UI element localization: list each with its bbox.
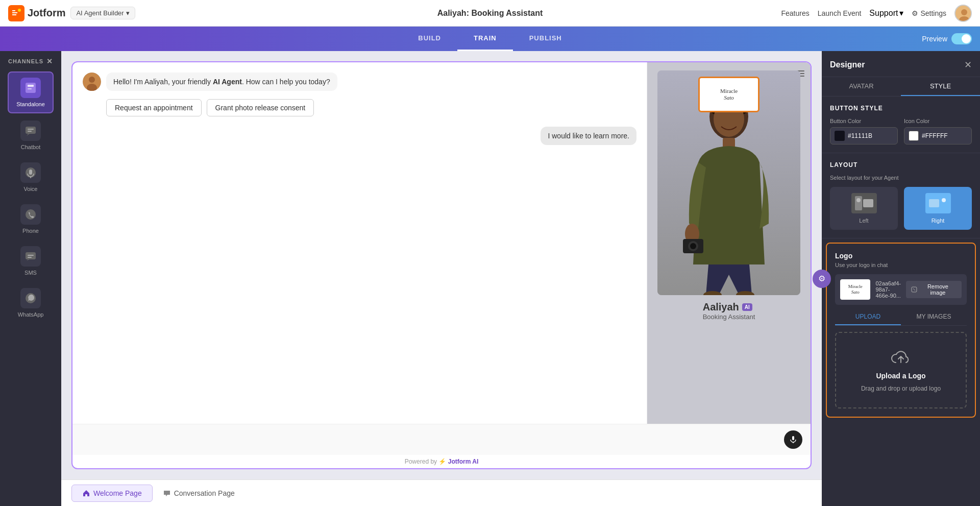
logo-preview-thumbnail: MiracleSato [840,279,870,300]
layout-left[interactable]: Left [830,187,898,230]
upload-tab-my-images[interactable]: MY IMAGES [901,309,967,325]
svg-rect-9 [28,129,34,130]
svg-point-1 [18,9,21,12]
designer-close-icon[interactable]: ✕ [964,59,972,70]
svg-point-31 [690,243,696,249]
svg-point-43 [942,198,946,202]
tab-train[interactable]: TRAIN [457,27,513,51]
tab-publish[interactable]: PUBLISH [513,27,578,51]
button-color-field: Button Color #11111B [830,118,898,144]
layout-options: Left Right [830,187,972,230]
chat-preview-container: Hello! I'm Aaliyah, your friendly AI Age… [71,61,812,469]
upload-subtitle: Drag and drop or upload logo [861,385,941,392]
upload-cloud-icon [891,348,911,367]
svg-rect-12 [29,170,32,175]
chat-split: Hello! I'm Aaliyah, your friendly AI Age… [72,62,811,424]
designer-title: Designer [830,60,865,69]
logo-preview-box: MiracleSato 02aa6af4-98a7-466e-90... Rem… [835,274,967,305]
button-color-input[interactable]: #11111B [830,127,898,144]
agent-chat-bubble: Hello! I'm Aaliyah, your friendly AI Age… [106,73,337,91]
features-link[interactable]: Features [781,9,809,17]
toggle-knob [962,34,971,43]
user-avatar[interactable] [954,5,972,22]
svg-rect-16 [28,255,34,256]
upload-drop-zone[interactable]: Upload a Logo Drag and drop or upload lo… [835,332,967,408]
sidebar-item-voice[interactable]: Voice [8,157,54,197]
bottom-nav: Welcome Page Conversation Page [61,479,822,506]
launch-event-link[interactable]: Launch Event [818,9,862,17]
svg-rect-39 [863,199,873,207]
navbar-left: Jotform AI Agent Builder ▾ [8,5,135,21]
logo-section-title: Logo [835,252,967,260]
whatsapp-icon [20,288,41,308]
support-button[interactable]: Support ▾ [869,8,903,18]
tab-build[interactable]: BUILD [402,27,457,51]
icon-color-input[interactable]: #FFFFFF [904,127,972,144]
upload-tab-upload[interactable]: UPLOAD [835,309,901,325]
button-style-section: BUTTON STYLE Button Color #11111B Icon C… [822,97,980,153]
svg-rect-41 [929,199,939,207]
jotform-logo[interactable]: Jotform [8,5,65,21]
chatbot-icon [20,121,41,141]
sidebar-item-whatsapp[interactable]: WhatsApp [8,283,54,323]
chat-preview-wrapper: Hello! I'm Aaliyah, your friendly AI Age… [61,51,822,479]
agent-avatar-small [83,73,101,91]
svg-point-14 [26,209,36,220]
avatar-logo-box: MiracleSato [698,77,760,112]
agent-message-row: Hello! I'm Aaliyah, your friendly AI Age… [83,73,636,91]
remove-image-button[interactable]: Remove image [906,281,962,298]
icon-color-swatch [909,131,919,141]
side-gear-button[interactable]: ⚙ [813,270,831,288]
photo-release-button[interactable]: Grant photo release consent [207,99,314,116]
mic-button[interactable] [784,430,802,449]
style-tab[interactable]: STYLE [901,77,980,96]
svg-point-3 [961,9,967,15]
sidebar-item-sms[interactable]: SMS [8,241,54,281]
phone-icon [20,204,41,225]
designer-header: Designer ✕ [822,51,980,77]
designer-tabs: AVATAR STYLE [822,77,980,97]
layout-right[interactable]: Right [904,187,972,230]
svg-rect-17 [28,257,32,258]
settings-button[interactable]: ⚙ Settings [912,9,946,17]
svg-point-20 [89,77,95,83]
layout-subtitle: Select layout for your Agent [830,175,972,181]
sms-icon [20,246,41,267]
jotform-logo-text: Jotform [28,7,65,19]
channels-close-icon[interactable]: ✕ [46,57,53,65]
svg-point-40 [856,198,861,202]
chat-input[interactable] [81,436,784,444]
appointment-button[interactable]: Request an appointment [106,99,202,116]
standalone-icon [20,78,41,98]
ai-agent-builder-button[interactable]: AI Agent Builder ▾ [70,7,135,19]
powered-by: Powered by ⚡ Jotform AI [72,455,811,468]
conversation-page-tab[interactable]: Conversation Page [153,485,245,501]
layout-left-icon [851,193,877,213]
button-style-title: BUTTON STYLE [830,105,972,112]
navbar-right: Features Launch Event Support ▾ ⚙ Settin… [781,5,972,22]
channels-header: CHANNELS ✕ [8,57,53,65]
avatar-subtitle: Booking Assistant [703,313,755,321]
welcome-page-tab[interactable]: Welcome Page [71,485,153,502]
svg-rect-6 [28,85,34,87]
avatar-tab[interactable]: AVATAR [822,77,901,96]
top-navbar: Jotform AI Agent Builder ▾ Aaliyah: Book… [0,0,980,27]
preview-switch[interactable] [951,33,972,44]
logo-section-subtitle: Use your logo in chat [835,262,967,268]
avatar-name: Aaliyah AI [703,301,755,313]
svg-rect-36 [792,436,794,440]
svg-rect-10 [28,131,32,132]
chat-right-panel: MiracleSato [647,62,811,424]
button-color-swatch [835,131,845,141]
user-chat-bubble: I would like to learn more. [541,127,636,145]
sidebar-item-standalone[interactable]: Standalone [8,71,54,113]
svg-rect-8 [26,127,36,134]
voice-icon [20,162,41,183]
sidebar-item-phone[interactable]: Phone [8,199,54,239]
svg-line-45 [913,288,915,291]
preview-toggle: Preview [922,33,972,44]
logo-section: Logo Use your logo in chat MiracleSato 0… [826,243,976,418]
chat-input-area [72,424,811,455]
sidebar-item-chatbot[interactable]: Chatbot [8,115,54,155]
designer-panel: Designer ✕ AVATAR STYLE BUTTON STYLE But… [822,51,980,506]
